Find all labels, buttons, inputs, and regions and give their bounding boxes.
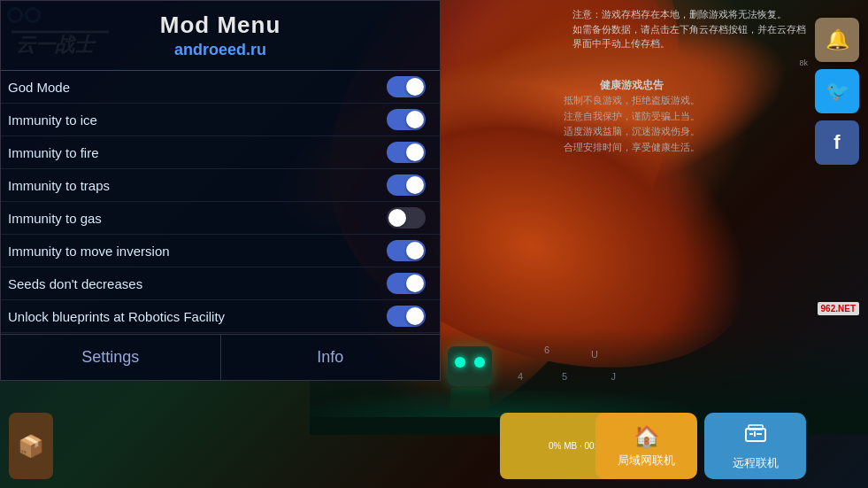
toggle-knob xyxy=(406,111,424,128)
toggle-knob xyxy=(406,242,424,259)
level-num-6: 6 xyxy=(544,345,549,355)
mod-item[interactable]: God Mode xyxy=(1,71,440,104)
char-eye-right xyxy=(474,357,485,368)
info-tab[interactable]: Info xyxy=(221,335,441,380)
mod-menu-items: God ModeImmunity to iceImmunity to fireI… xyxy=(1,71,440,334)
mod-item-toggle[interactable] xyxy=(387,240,426,261)
mod-item-toggle[interactable] xyxy=(387,109,426,130)
mod-item-label: Immunity to move inversion xyxy=(8,244,170,259)
mod-item[interactable]: Immunity to move inversion xyxy=(1,235,440,267)
mod-menu-subtitle: androeed.ru xyxy=(19,41,422,59)
toggle-knob xyxy=(388,209,406,227)
notice-line1: 注意：游戏存档存在本地，删除游戏将无法恢复。 xyxy=(572,7,806,22)
local-network-icon: 🏠 xyxy=(634,424,660,449)
mod-item-label: Unlock blueprints at Robotics Facility xyxy=(8,309,225,324)
facebook-icon: f xyxy=(833,131,840,154)
toggle-knob xyxy=(406,275,424,292)
svg-rect-6 xyxy=(749,425,763,430)
bottom-right-buttons: 🏠 局域网联机 远程联机 xyxy=(595,413,806,479)
level-num-5: 5 xyxy=(562,371,567,382)
bell-icon: 🔔 xyxy=(826,28,849,51)
player-character xyxy=(443,346,496,408)
mod-item[interactable]: Immunity to fire xyxy=(1,136,440,169)
char-head xyxy=(448,346,492,386)
remote-network-icon xyxy=(743,422,768,452)
mod-item-toggle[interactable] xyxy=(387,207,426,229)
health-line1: 抵制不良游戏，拒绝盗版游戏。 xyxy=(564,93,700,109)
notice-line3: 界面中手动上传存档。 xyxy=(572,36,806,51)
remote-network-button[interactable]: 远程联机 xyxy=(704,413,806,479)
mod-item-label: Immunity to fire xyxy=(8,145,99,160)
bell-button[interactable]: 🔔 xyxy=(815,18,859,62)
remote-network-label: 远程联机 xyxy=(733,455,779,471)
mod-item-label: Seeds don't decreases xyxy=(8,276,142,291)
mod-menu-header: Mod Menu androeed.ru xyxy=(1,1,440,63)
mod-menu-tabs: Settings Info xyxy=(1,334,440,380)
watermark: 962.NET xyxy=(818,302,859,315)
mod-item[interactable]: Immunity to ice xyxy=(1,104,440,136)
mod-menu-panel: Mod Menu androeed.ru God ModeImmunity to… xyxy=(0,0,441,381)
notice-small: 8k xyxy=(799,58,808,67)
notice-box: 注意：游戏存档存在本地，删除游戏将无法恢复。 如需备份数据，请点击左下角云存档按… xyxy=(572,7,806,51)
health-warning: 健康游戏忠告 抵制不良游戏，拒绝盗版游戏。 注意自我保护，谨防受骗上当。 适度游… xyxy=(564,78,700,155)
level-num-4: 4 xyxy=(518,371,523,382)
toggle-knob xyxy=(406,307,424,325)
health-line3: 适度游戏益脑，沉迷游戏伤身。 xyxy=(564,124,700,140)
local-network-label: 局域网联机 xyxy=(618,453,675,469)
chest-icon: 📦 xyxy=(18,434,44,459)
mod-item[interactable]: Immunity to traps xyxy=(1,169,440,202)
mod-item-label: Immunity to traps xyxy=(8,178,110,193)
health-title: 健康游戏忠告 xyxy=(564,78,700,93)
mod-item-toggle[interactable] xyxy=(387,306,426,327)
health-line4: 合理安排时间，享受健康生活。 xyxy=(564,140,700,156)
mod-menu-title: Mod Menu xyxy=(19,12,422,39)
char-body xyxy=(450,388,489,410)
mod-item-label: Immunity to gas xyxy=(8,211,102,226)
char-eye-left xyxy=(455,357,465,368)
mod-item-toggle[interactable] xyxy=(387,273,426,294)
progress-text: 0% MB · 00:1 xyxy=(549,441,602,451)
mod-item-label: God Mode xyxy=(8,80,70,95)
health-line2: 注意自我保护，谨防受骗上当。 xyxy=(564,109,700,125)
twitter-icon: 🐦 xyxy=(826,80,849,103)
mod-item-toggle[interactable] xyxy=(387,174,426,196)
mod-item[interactable]: Seeds don't decreases xyxy=(1,267,440,300)
chest-button[interactable]: 📦 xyxy=(9,413,53,479)
remote-icon-svg xyxy=(743,422,768,446)
twitter-button[interactable]: 🐦 xyxy=(815,69,859,113)
settings-tab[interactable]: Settings xyxy=(1,335,221,380)
mod-item[interactable]: Unlock blueprints at Robotics Facility xyxy=(1,300,440,333)
level-num-u: U xyxy=(591,349,598,360)
mod-item-toggle[interactable] xyxy=(387,142,426,163)
notice-line2: 如需备份数据，请点击左下角云存档按钮，并在云存档 xyxy=(572,22,806,37)
mod-item[interactable]: Immunity to gas xyxy=(1,202,440,235)
toggle-knob xyxy=(406,143,424,161)
local-network-button[interactable]: 🏠 局域网联机 xyxy=(595,413,697,479)
level-num-j: J xyxy=(611,371,617,382)
mod-item-label: Immunity to ice xyxy=(8,112,97,128)
facebook-button[interactable]: f xyxy=(815,120,859,165)
toggle-knob xyxy=(406,176,424,194)
mod-item-toggle[interactable] xyxy=(387,76,426,97)
toggle-knob xyxy=(406,78,424,96)
